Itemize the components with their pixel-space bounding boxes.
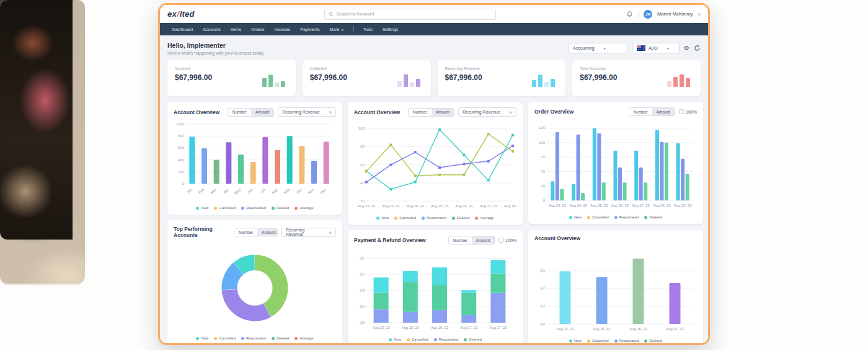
stat-card-collected[interactable]: Collected $67,996.00 bbox=[303, 60, 431, 96]
legend-item[interactable]: Reactivated bbox=[614, 339, 639, 343]
stat-card-total-accounts[interactable]: Total Accounts $67,996.00 bbox=[572, 60, 701, 96]
stat-cards-row: Invoiced $67,996.00 Collected $67,996.00… bbox=[167, 60, 701, 96]
svg-text:800: 800 bbox=[178, 134, 185, 138]
legend-item[interactable]: Average bbox=[294, 206, 313, 210]
legend-item[interactable]: Deleted bbox=[272, 206, 290, 210]
avatar[interactable]: JM bbox=[644, 10, 652, 19]
legend-dot-icon bbox=[434, 338, 437, 341]
legend-item[interactable]: Deleted bbox=[272, 336, 290, 340]
legend-dot-icon bbox=[241, 337, 244, 340]
legend-item[interactable]: Average bbox=[475, 216, 494, 220]
toggle-amount[interactable]: Amount bbox=[472, 236, 494, 244]
legend-item[interactable]: New bbox=[376, 216, 389, 220]
legend-item[interactable]: Reactivated bbox=[241, 336, 266, 340]
mini-bar-chart bbox=[532, 71, 557, 89]
legend-item[interactable]: Deleted bbox=[644, 215, 662, 219]
module-select[interactable]: Accounting ▾ bbox=[569, 43, 628, 53]
nav-item-todo[interactable]: Todo bbox=[359, 23, 377, 35]
svg-text:Q4: Q4 bbox=[360, 305, 365, 308]
toggle-number[interactable]: Number bbox=[449, 236, 472, 244]
toggle-amount[interactable]: Amount bbox=[251, 109, 273, 116]
search-input[interactable] bbox=[336, 12, 492, 16]
svg-text:75: 75 bbox=[541, 155, 545, 159]
legend-item[interactable]: Average bbox=[294, 336, 313, 340]
legend-dot-icon bbox=[452, 217, 455, 220]
panel-account-overview-bottom: Account Overview Q1Q2Q3Q4Aug 23, 23Aug 2… bbox=[528, 230, 703, 343]
svg-text:Aug 23, 23: Aug 23, 23 bbox=[358, 204, 375, 208]
metric-select[interactable]: Recurring Revenue∨ bbox=[458, 107, 516, 117]
svg-text:Aug 23, 23: Aug 23, 23 bbox=[556, 327, 574, 331]
nav-item-accounts[interactable]: Accounts bbox=[198, 23, 225, 35]
legend-dot-icon bbox=[294, 207, 298, 210]
toggle-number[interactable]: Number bbox=[234, 228, 257, 236]
user-name[interactable]: Marvin McKinney bbox=[657, 11, 693, 17]
legend-item[interactable]: Reactivated bbox=[422, 216, 446, 220]
notification-bell-icon[interactable] bbox=[626, 11, 633, 17]
legend-dot-icon bbox=[587, 339, 590, 343]
legend-dot-icon bbox=[241, 207, 244, 210]
legend-dot-icon bbox=[644, 339, 647, 343]
legend-item[interactable]: New bbox=[196, 206, 208, 210]
nav-item-payments[interactable]: Payments bbox=[296, 23, 324, 35]
metric-select[interactable]: Recurring Revenue∨ bbox=[281, 228, 336, 237]
currency-select[interactable]: AUD ▾ bbox=[632, 43, 680, 53]
mini-bar-chart bbox=[262, 71, 287, 89]
app-logo[interactable]: ex/ited bbox=[167, 9, 195, 19]
search-bar[interactable] bbox=[324, 9, 496, 20]
legend-item[interactable]: New bbox=[569, 215, 582, 219]
legend-item[interactable]: Cancelled bbox=[214, 206, 236, 210]
legend-item[interactable]: Reactivated bbox=[614, 215, 639, 219]
legend-item[interactable]: Cancelled bbox=[214, 336, 236, 340]
legend-item[interactable]: Deleted bbox=[644, 339, 662, 343]
legend-item[interactable]: Cancelled bbox=[587, 215, 609, 219]
greeting-block: Hello, Implementer Here's what's happeni… bbox=[167, 42, 264, 55]
stat-card-invoiced[interactable]: Invoiced $67,996.00 bbox=[167, 60, 296, 96]
account-overview-line-chart: 20406080100Aug 23, 23Aug 23, 23Aug 24, 2… bbox=[354, 119, 516, 215]
select-caret-icon: ▾ bbox=[667, 46, 669, 50]
panel-payment-refund-overview: Payment & Refund Overview NumberAmount 1… bbox=[348, 230, 523, 343]
panel-order-overview: Order Overview NumberAmount 100% 0255075… bbox=[528, 102, 703, 224]
toggle-number[interactable]: Number bbox=[629, 108, 652, 115]
nav-item-items[interactable]: Items bbox=[226, 23, 246, 35]
toggle-amount[interactable]: Amount bbox=[652, 108, 675, 115]
svg-text:Aug 23, 23: Aug 23, 23 bbox=[382, 204, 399, 208]
svg-text:0: 0 bbox=[543, 199, 546, 202]
number-amount-toggle: NumberAmount bbox=[629, 107, 676, 116]
svg-text:Jan: Jan bbox=[186, 187, 193, 194]
nav-item-dashboard[interactable]: Dashboard bbox=[167, 23, 197, 35]
legend-item[interactable]: New bbox=[196, 336, 208, 340]
number-amount-toggle: NumberAmount bbox=[234, 228, 278, 236]
legend-item[interactable]: Cancelled bbox=[587, 339, 609, 343]
chart-legend: NewCancelledReactivatedDeleted bbox=[354, 338, 516, 341]
settings-gear-icon[interactable]: ⚙ bbox=[684, 45, 689, 52]
stat-card-recurring-revenue[interactable]: Recurring Revenue $67,996.00 bbox=[438, 60, 566, 96]
toggle-amount[interactable]: Amount bbox=[257, 228, 277, 236]
select-caret-icon: ▾ bbox=[604, 46, 606, 50]
percent-checkbox[interactable]: 100% bbox=[679, 109, 697, 114]
chart-legend: NewCancelledReactivatedDeletedAverage bbox=[174, 336, 336, 340]
legend-item[interactable]: New bbox=[569, 339, 582, 343]
mini-bar-chart bbox=[397, 71, 422, 89]
payment-refund-stacked-chart: Q1Q2Q3Q4Q5Aug 23, 23Aug 25, 23Aug 26, 23… bbox=[354, 247, 516, 336]
nav-item-orders[interactable]: Orders bbox=[247, 23, 268, 35]
user-menu-chevron-icon[interactable]: ∨ bbox=[698, 12, 701, 16]
legend-item[interactable]: Cancelled bbox=[407, 338, 428, 341]
refresh-icon[interactable] bbox=[694, 45, 701, 52]
legend-item[interactable]: Cancelled bbox=[394, 216, 416, 220]
svg-text:Aug 27, 23: Aug 27, 23 bbox=[632, 204, 650, 207]
nav-item-more[interactable]: More∨ bbox=[325, 23, 348, 35]
legend-item[interactable]: Deleted bbox=[464, 338, 482, 341]
nav-item-settings[interactable]: Settings bbox=[378, 23, 402, 35]
legend-item[interactable]: Reactivated bbox=[241, 206, 266, 210]
toggle-amount[interactable]: Amount bbox=[432, 109, 454, 116]
nav-item-invoices[interactable]: Invoices bbox=[270, 23, 295, 35]
legend-item[interactable]: Deleted bbox=[452, 216, 470, 220]
toggle-number[interactable]: Number bbox=[409, 109, 432, 116]
legend-item[interactable]: New bbox=[389, 338, 401, 341]
percent-checkbox[interactable]: 100% bbox=[498, 238, 516, 243]
legend-item[interactable]: Reactivated bbox=[434, 338, 459, 341]
svg-text:Aug 26, 23: Aug 26, 23 bbox=[455, 204, 472, 208]
toggle-number[interactable]: Number bbox=[228, 109, 251, 116]
metric-select[interactable]: Recurring Revenue∨ bbox=[278, 107, 336, 117]
svg-text:Q3: Q3 bbox=[360, 289, 365, 292]
